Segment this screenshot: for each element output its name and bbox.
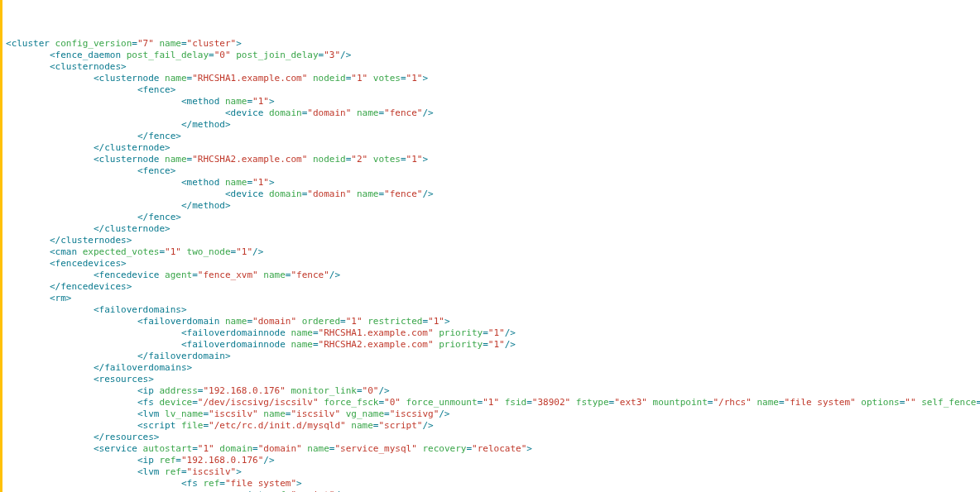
attr-value: 192.168.0.176 bbox=[209, 385, 280, 396]
attr-value: file system bbox=[231, 478, 291, 489]
attr-value: 1 bbox=[203, 443, 209, 454]
attr-value: 1 bbox=[171, 246, 176, 257]
attr-value: fence_xvm bbox=[203, 270, 252, 280]
attr-value: 0 bbox=[368, 385, 373, 396]
attr-value: /dev/iscsivg/iscsilv bbox=[203, 397, 312, 408]
attr-value: 0 bbox=[219, 50, 225, 60]
attr-value: 7 bbox=[143, 38, 149, 49]
attr-value: RHCSHA2.example.com bbox=[198, 154, 302, 165]
attr-value: RHCSHA1.example.com bbox=[198, 73, 302, 84]
attr-value: 38902 bbox=[537, 397, 564, 408]
attr-value: 1 bbox=[242, 246, 247, 257]
attr-value: iscsilv bbox=[296, 408, 334, 419]
attr-value: RHCSHA1.example.com bbox=[324, 327, 428, 338]
attr-value: 3 bbox=[329, 50, 335, 60]
attr-value: domain bbox=[258, 316, 291, 327]
attr-value: fence bbox=[296, 270, 324, 280]
attr-value: 1 bbox=[351, 316, 357, 327]
attr-value: service_mysql bbox=[340, 443, 411, 454]
attr-value: file system bbox=[790, 397, 850, 408]
attr-value: 1 bbox=[493, 339, 499, 350]
attr-value: fence bbox=[390, 189, 417, 199]
xml-code-block: <cluster config_version="7" name="cluste… bbox=[2, 38, 980, 492]
attr-value: /rhcs bbox=[718, 397, 746, 408]
attr-value: 1 bbox=[258, 96, 264, 107]
attr-value: 1 bbox=[411, 73, 417, 84]
attr-value: 1 bbox=[411, 154, 417, 165]
attr-value: 0 bbox=[390, 397, 396, 408]
attr-value: RHCSHA2.example.com bbox=[324, 339, 428, 350]
attr-value: relocate bbox=[478, 443, 521, 454]
attr-value: 2 bbox=[357, 154, 363, 165]
attr-value: 1 bbox=[258, 177, 264, 188]
attr-value: ext3 bbox=[620, 397, 642, 408]
attr-value: cluster bbox=[192, 38, 230, 49]
attr-value: domain bbox=[263, 443, 296, 454]
attr-value: 1 bbox=[493, 327, 499, 338]
attr-value: domain bbox=[313, 189, 346, 199]
attr-value: script bbox=[384, 420, 417, 431]
attr-value: 192.168.0.176 bbox=[187, 455, 258, 466]
attr-value: 1 bbox=[357, 73, 363, 84]
attr-value: iscsivg bbox=[395, 408, 433, 419]
attr-value: fence bbox=[390, 107, 417, 118]
attr-value: iscsilv bbox=[214, 408, 252, 419]
attr-value: 1 bbox=[434, 316, 440, 327]
attr-value: domain bbox=[313, 107, 346, 118]
attr-value: iscsilv bbox=[192, 466, 230, 477]
attr-value: /etc/rc.d/init.d/mysqld bbox=[214, 420, 340, 431]
attr-value: 1 bbox=[488, 397, 494, 408]
